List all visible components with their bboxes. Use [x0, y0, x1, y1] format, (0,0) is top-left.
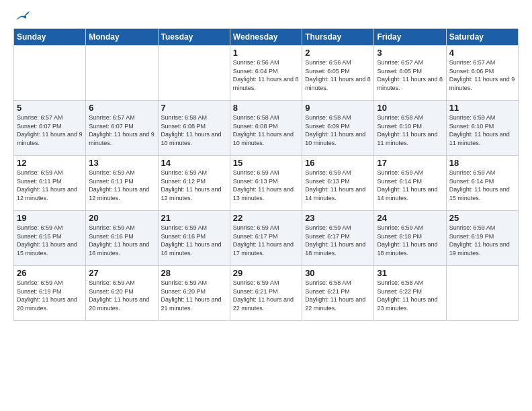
- calendar-week-2: 5Sunrise: 6:57 AMSunset: 6:07 PMDaylight…: [14, 101, 519, 156]
- logo-bird-icon: [15, 11, 30, 23]
- day-info: Sunrise: 6:57 AMSunset: 6:07 PMDaylight:…: [89, 113, 154, 147]
- day-info: Sunrise: 6:59 AMSunset: 6:20 PMDaylight:…: [89, 279, 154, 312]
- calendar-cell: 2Sunrise: 6:56 AMSunset: 6:05 PMDaylight…: [302, 46, 374, 101]
- calendar-cell: 3Sunrise: 6:57 AMSunset: 6:05 PMDaylight…: [374, 46, 446, 101]
- day-info: Sunrise: 6:59 AMSunset: 6:18 PMDaylight:…: [377, 224, 443, 257]
- day-header-saturday: Saturday: [446, 29, 518, 46]
- calendar-cell: 31Sunrise: 6:58 AMSunset: 6:22 PMDayligh…: [374, 266, 446, 321]
- day-header-tuesday: Tuesday: [158, 29, 230, 46]
- day-info: Sunrise: 6:57 AMSunset: 6:06 PMDaylight:…: [449, 58, 515, 92]
- day-number: 9: [305, 103, 371, 113]
- day-info: Sunrise: 6:59 AMSunset: 6:21 PMDaylight:…: [233, 279, 299, 312]
- calendar-cell: [446, 266, 518, 321]
- day-header-friday: Friday: [374, 29, 446, 46]
- calendar-cell: 5Sunrise: 6:57 AMSunset: 6:07 PMDaylight…: [14, 101, 86, 156]
- day-info: Sunrise: 6:58 AMSunset: 6:09 PMDaylight:…: [305, 113, 371, 147]
- day-info: Sunrise: 6:58 AMSunset: 6:10 PMDaylight:…: [377, 113, 443, 147]
- calendar-cell: 8Sunrise: 6:58 AMSunset: 6:08 PMDaylight…: [230, 101, 302, 156]
- day-number: 28: [161, 268, 227, 278]
- day-info: Sunrise: 6:59 AMSunset: 6:17 PMDaylight:…: [233, 224, 299, 257]
- day-number: 3: [377, 48, 443, 58]
- calendar-cell: 14Sunrise: 6:59 AMSunset: 6:12 PMDayligh…: [158, 156, 230, 211]
- calendar-cell: 28Sunrise: 6:59 AMSunset: 6:20 PMDayligh…: [158, 266, 230, 321]
- day-number: 16: [305, 158, 371, 168]
- day-info: Sunrise: 6:59 AMSunset: 6:14 PMDaylight:…: [449, 169, 515, 202]
- day-number: 11: [449, 103, 515, 113]
- day-number: 14: [161, 158, 227, 168]
- day-number: 25: [449, 213, 515, 223]
- calendar-week-5: 26Sunrise: 6:59 AMSunset: 6:19 PMDayligh…: [14, 266, 519, 321]
- day-number: 1: [233, 48, 299, 58]
- day-info: Sunrise: 6:58 AMSunset: 6:22 PMDaylight:…: [377, 279, 443, 312]
- day-info: Sunrise: 6:59 AMSunset: 6:17 PMDaylight:…: [305, 224, 371, 257]
- day-info: Sunrise: 6:59 AMSunset: 6:11 PMDaylight:…: [17, 169, 83, 202]
- day-number: 21: [161, 213, 227, 223]
- calendar-cell: 9Sunrise: 6:58 AMSunset: 6:09 PMDaylight…: [302, 101, 374, 156]
- calendar-cell: 7Sunrise: 6:58 AMSunset: 6:08 PMDaylight…: [158, 101, 230, 156]
- day-number: 2: [305, 48, 371, 58]
- calendar-cell: 18Sunrise: 6:59 AMSunset: 6:14 PMDayligh…: [446, 156, 518, 211]
- calendar-cell: 22Sunrise: 6:59 AMSunset: 6:17 PMDayligh…: [230, 211, 302, 266]
- day-info: Sunrise: 6:59 AMSunset: 6:12 PMDaylight:…: [161, 169, 227, 202]
- day-header-wednesday: Wednesday: [230, 29, 302, 46]
- day-number: 29: [233, 268, 299, 278]
- calendar-cell: 24Sunrise: 6:59 AMSunset: 6:18 PMDayligh…: [374, 211, 446, 266]
- header: [13, 11, 519, 23]
- calendar-cell: 20Sunrise: 6:59 AMSunset: 6:16 PMDayligh…: [86, 211, 158, 266]
- day-info: Sunrise: 6:58 AMSunset: 6:08 PMDaylight:…: [233, 113, 299, 147]
- day-number: 27: [89, 268, 154, 278]
- day-number: 4: [449, 48, 515, 58]
- day-info: Sunrise: 6:58 AMSunset: 6:21 PMDaylight:…: [305, 279, 371, 312]
- day-info: Sunrise: 6:59 AMSunset: 6:15 PMDaylight:…: [17, 224, 83, 257]
- day-info: Sunrise: 6:59 AMSunset: 6:10 PMDaylight:…: [449, 113, 515, 147]
- day-number: 26: [17, 268, 83, 278]
- day-info: Sunrise: 6:59 AMSunset: 6:19 PMDaylight:…: [449, 224, 515, 257]
- calendar-cell: 13Sunrise: 6:59 AMSunset: 6:11 PMDayligh…: [86, 156, 158, 211]
- calendar-cell: 16Sunrise: 6:59 AMSunset: 6:13 PMDayligh…: [302, 156, 374, 211]
- day-number: 10: [377, 103, 443, 113]
- day-number: 13: [89, 158, 154, 168]
- calendar-cell: 4Sunrise: 6:57 AMSunset: 6:06 PMDaylight…: [446, 46, 518, 101]
- day-number: 8: [233, 103, 299, 113]
- day-number: 18: [449, 158, 515, 168]
- day-number: 12: [17, 158, 83, 168]
- calendar-cell: 25Sunrise: 6:59 AMSunset: 6:19 PMDayligh…: [446, 211, 518, 266]
- calendar-week-3: 12Sunrise: 6:59 AMSunset: 6:11 PMDayligh…: [14, 156, 519, 211]
- day-number: 6: [89, 103, 154, 113]
- calendar-week-1: 1Sunrise: 6:56 AMSunset: 6:04 PMDaylight…: [14, 46, 519, 101]
- calendar-cell: [158, 46, 230, 101]
- day-number: 30: [305, 268, 371, 278]
- calendar-cell: 10Sunrise: 6:58 AMSunset: 6:10 PMDayligh…: [374, 101, 446, 156]
- day-info: Sunrise: 6:57 AMSunset: 6:05 PMDaylight:…: [377, 58, 443, 92]
- calendar-cell: 12Sunrise: 6:59 AMSunset: 6:11 PMDayligh…: [14, 156, 86, 211]
- page: SundayMondayTuesdayWednesdayThursdayFrid…: [0, 0, 532, 411]
- calendar-cell: 29Sunrise: 6:59 AMSunset: 6:21 PMDayligh…: [230, 266, 302, 321]
- calendar-cell: [86, 46, 158, 101]
- calendar-cell: 27Sunrise: 6:59 AMSunset: 6:20 PMDayligh…: [86, 266, 158, 321]
- day-info: Sunrise: 6:59 AMSunset: 6:20 PMDaylight:…: [161, 279, 227, 312]
- day-info: Sunrise: 6:59 AMSunset: 6:13 PMDaylight:…: [305, 169, 371, 202]
- day-header-sunday: Sunday: [14, 29, 86, 46]
- calendar-cell: 23Sunrise: 6:59 AMSunset: 6:17 PMDayligh…: [302, 211, 374, 266]
- calendar-cell: 11Sunrise: 6:59 AMSunset: 6:10 PMDayligh…: [446, 101, 518, 156]
- day-number: 5: [17, 103, 83, 113]
- day-info: Sunrise: 6:59 AMSunset: 6:19 PMDaylight:…: [17, 279, 83, 312]
- logo: [13, 11, 30, 23]
- calendar-week-4: 19Sunrise: 6:59 AMSunset: 6:15 PMDayligh…: [14, 211, 519, 266]
- day-number: 7: [161, 103, 227, 113]
- calendar-cell: 15Sunrise: 6:59 AMSunset: 6:13 PMDayligh…: [230, 156, 302, 211]
- day-number: 19: [17, 213, 83, 223]
- calendar-cell: 17Sunrise: 6:59 AMSunset: 6:14 PMDayligh…: [374, 156, 446, 211]
- day-info: Sunrise: 6:57 AMSunset: 6:07 PMDaylight:…: [17, 113, 83, 147]
- day-info: Sunrise: 6:59 AMSunset: 6:16 PMDaylight:…: [89, 224, 154, 257]
- calendar-cell: 26Sunrise: 6:59 AMSunset: 6:19 PMDayligh…: [14, 266, 86, 321]
- day-header-thursday: Thursday: [302, 29, 374, 46]
- day-header-monday: Monday: [86, 29, 158, 46]
- calendar-cell: 1Sunrise: 6:56 AMSunset: 6:04 PMDaylight…: [230, 46, 302, 101]
- calendar-cell: 6Sunrise: 6:57 AMSunset: 6:07 PMDaylight…: [86, 101, 158, 156]
- day-number: 20: [89, 213, 154, 223]
- day-info: Sunrise: 6:56 AMSunset: 6:04 PMDaylight:…: [233, 58, 299, 92]
- calendar-header-row: SundayMondayTuesdayWednesdayThursdayFrid…: [14, 29, 519, 46]
- day-info: Sunrise: 6:59 AMSunset: 6:11 PMDaylight:…: [89, 169, 154, 202]
- calendar-cell: 19Sunrise: 6:59 AMSunset: 6:15 PMDayligh…: [14, 211, 86, 266]
